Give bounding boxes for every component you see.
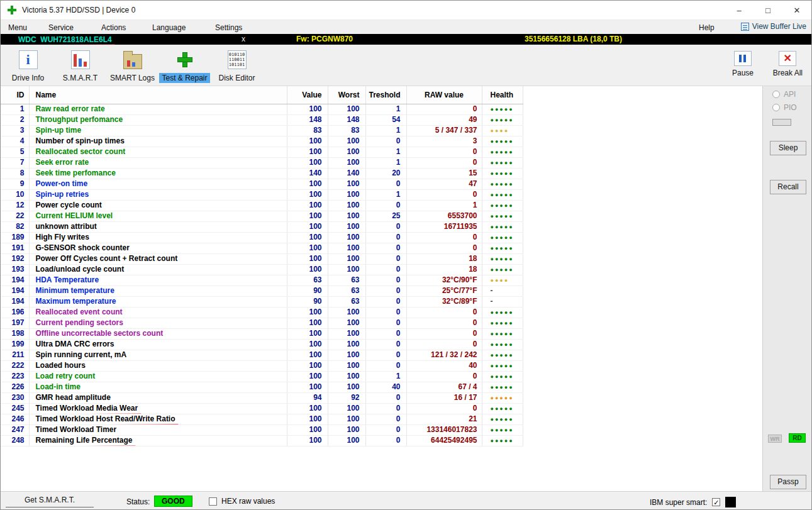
toolbar-group: i Drive Info S.M.A.R.T SMART Logs Test &… <box>2 47 263 83</box>
minimize-icon[interactable]: – <box>725 1 754 20</box>
ibm-checkbox-icon[interactable]: ✓ <box>712 498 720 506</box>
table-row[interactable]: 22Current HELIUM level100100256553700●●●… <box>1 211 523 221</box>
close-icon[interactable]: ✕ <box>782 1 811 20</box>
menu-item-actions[interactable]: Actions <box>99 22 128 33</box>
cell-raw-value: 15 <box>406 168 482 179</box>
table-row[interactable]: 1Raw read error rate10010010●●●●● <box>1 104 523 114</box>
cell-id: 211 <box>1 350 29 360</box>
cell-name: Ultra DMA CRC errors <box>29 339 287 350</box>
toolbar-disk-editor-label: Disk Editor <box>216 73 257 83</box>
cell-health: ●●●●● <box>482 350 523 360</box>
cell-name: Current HELIUM level <box>29 211 287 221</box>
table-row[interactable]: 223Load retry count10010010●●●●● <box>1 371 523 382</box>
table-row[interactable]: 194Minimum temperature9063025°C/77°F- <box>1 285 523 296</box>
cell-name: Reallocated sector count <box>29 147 287 157</box>
toolbar-disk-editor[interactable]: 010110110011101101 Disk Editor <box>211 47 263 83</box>
menu-item-service[interactable]: Service <box>46 22 76 33</box>
table-row[interactable]: 3Spin-up time838315 / 347 / 337●●●● <box>1 125 523 136</box>
table-row[interactable]: 194HDA Temperature6363032°C/90°F●●●● <box>1 275 523 285</box>
table-row[interactable]: 247Timed Workload Timer10010001331460178… <box>1 424 523 435</box>
table-row[interactable]: 2Throughput perfomance1481485449●●●●● <box>1 114 523 125</box>
cell-id: 3 <box>1 125 29 136</box>
cell-health: ●●●●● <box>482 147 523 157</box>
break-all-button[interactable]: ✕ Break All <box>773 51 803 77</box>
menu-item-menu[interactable]: Menu <box>6 22 30 33</box>
cell-treshold: 40 <box>365 382 406 392</box>
cell-name: Minimum temperature <box>29 285 287 296</box>
col-header-id[interactable]: ID <box>1 86 29 104</box>
cell-health: ●●●●● <box>482 424 523 435</box>
table-row[interactable]: 192Power Off Cycles count + Retract coun… <box>1 253 523 264</box>
recall-button[interactable]: Recall <box>770 180 806 194</box>
col-header-name[interactable]: Name <box>29 86 287 104</box>
table-row[interactable]: 248Remaining Life Percentage100100064425… <box>1 435 523 446</box>
table-row[interactable]: 193Load/unload cycle count100100018●●●●● <box>1 264 523 275</box>
table-row[interactable]: 7Seek error rate10010010●●●●● <box>1 157 523 168</box>
col-header-treshold[interactable]: Treshold <box>365 86 406 104</box>
table-row[interactable]: 189High Fly writes10010000●●●●● <box>1 232 523 243</box>
table-row[interactable]: 82unknown attribut100100016711935●●●●● <box>1 221 523 232</box>
cell-worst: 100 <box>328 189 365 200</box>
cell-id: 226 <box>1 382 29 392</box>
maximize-icon[interactable]: □ <box>754 1 782 20</box>
toolbar-test-repair[interactable]: Test & Repair <box>159 47 211 83</box>
table-row[interactable]: 194Maximum temperature9063032°C/89°F- <box>1 296 523 307</box>
cell-id: 192 <box>1 253 29 264</box>
cell-value: 100 <box>287 382 328 392</box>
col-header-health[interactable]: Health <box>482 86 523 104</box>
api-radio[interactable]: API <box>772 90 796 99</box>
toolbar-drive-info[interactable]: i Drive Info <box>2 47 54 83</box>
table-row[interactable]: 10Spin-up retries10010010●●●●● <box>1 189 523 200</box>
pio-radio[interactable]: PIO <box>772 103 797 112</box>
pause-button[interactable]: Pause <box>732 51 754 77</box>
cell-treshold: 1 <box>365 157 406 168</box>
col-header-value[interactable]: Value <box>287 86 328 104</box>
cell-raw-value: 0 <box>406 371 482 382</box>
cell-worst: 100 <box>328 339 365 350</box>
health-dots: ●●●●● <box>491 363 514 369</box>
table-row[interactable]: 245Timed Workload Media Wear10010000●●●●… <box>1 403 523 414</box>
table-row[interactable]: 9Power-on time100100047●●●●● <box>1 179 523 189</box>
menu-item-language[interactable]: Language <box>150 22 188 33</box>
get-smart-button[interactable]: Get S.M.A.R.T. <box>6 494 94 507</box>
col-header-worst[interactable]: Worst <box>328 86 365 104</box>
cell-treshold: 54 <box>365 114 406 125</box>
table-row[interactable]: 246Timed Workload Host Read/Write Ratio1… <box>1 414 523 424</box>
view-buffer-live[interactable]: View Buffer Live <box>741 22 806 31</box>
health-dots: ●●●●● <box>491 406 514 412</box>
table-row[interactable]: 196Reallocated event count10010000●●●●● <box>1 307 523 318</box>
cell-id: 196 <box>1 307 29 318</box>
table-row[interactable]: 199Ultra DMA CRC errors10010000●●●●● <box>1 339 523 350</box>
cell-worst: 100 <box>328 136 365 147</box>
toolbar-smart-logs[interactable]: SMART Logs <box>106 47 159 83</box>
col-header-raw[interactable]: RAW value <box>406 86 482 104</box>
cell-value: 100 <box>287 318 328 328</box>
menu-item-settings[interactable]: Settings <box>213 22 245 33</box>
cell-value: 100 <box>287 307 328 318</box>
hex-raw-values-checkbox[interactable]: HEX raw values <box>209 497 275 506</box>
table-row[interactable]: 222Loaded hours100100040●●●●● <box>1 360 523 371</box>
table-row[interactable]: 5Reallocated sector count10010010●●●●● <box>1 147 523 157</box>
table-row[interactable]: 8Seek time perfomance1401402015●●●●● <box>1 168 523 179</box>
sleep-button[interactable]: Sleep <box>770 141 806 155</box>
device-close-icon[interactable]: x <box>242 35 245 43</box>
smart-table: ID Name Value Worst Treshold RAW value H… <box>1 86 523 446</box>
table-row[interactable]: 198Offline uncorrectable sectors count10… <box>1 328 523 339</box>
api-radio-label: API <box>784 90 796 99</box>
cell-treshold: 20 <box>365 168 406 179</box>
passp-button[interactable]: Passp <box>770 475 806 489</box>
table-row[interactable]: 226Load-in time1001004067 / 4●●●●● <box>1 382 523 392</box>
menu-item-help[interactable]: Help <box>696 22 717 33</box>
table-row[interactable]: 197Current pending sectors10010000●●●●● <box>1 318 523 328</box>
table-row[interactable]: 4Number of spin-up times10010003●●●●● <box>1 136 523 147</box>
cell-name: Seek time perfomance <box>29 168 287 179</box>
toolbar-smart[interactable]: S.M.A.R.T <box>54 47 106 83</box>
health-dots: ●●●●● <box>491 235 514 241</box>
cell-raw-value: 40 <box>406 360 482 371</box>
cell-health: ●●●●● <box>482 307 523 318</box>
table-row[interactable]: 230GMR head amplitude9492016 / 17●●●●● <box>1 392 523 403</box>
cell-raw-value: 18 <box>406 264 482 275</box>
table-row[interactable]: 191G-SENSOR shock counter10010000●●●●● <box>1 243 523 253</box>
table-row[interactable]: 12Power cycle count10010001●●●●● <box>1 200 523 211</box>
table-row[interactable]: 211Spin running current, mA1001000121 / … <box>1 350 523 360</box>
